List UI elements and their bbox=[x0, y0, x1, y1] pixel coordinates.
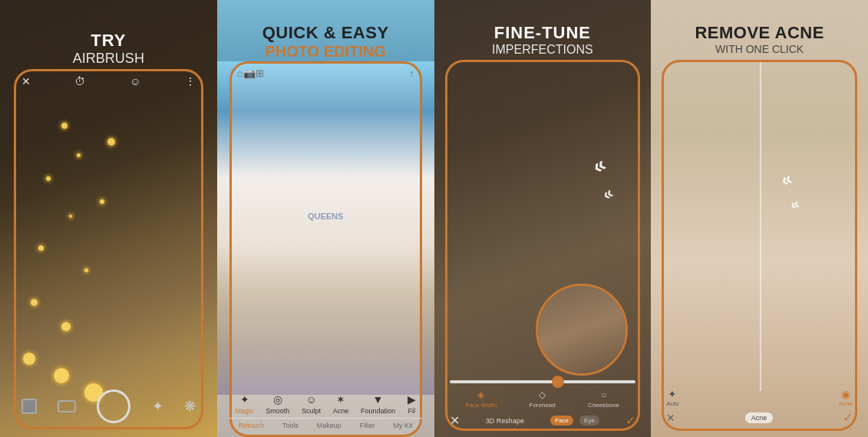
smooth-icon: ◎ bbox=[273, 393, 282, 406]
panel-3-bottom-bar: ✕ 3D Reshape Face Eye ✓ bbox=[450, 413, 636, 428]
photo-label: PHOTO EDITING bbox=[217, 43, 434, 61]
tab-filter[interactable]: Filter bbox=[360, 422, 375, 429]
panel-2-tabs: Retouch Tools Makeup Filter My Kit bbox=[229, 418, 422, 429]
wand-icon[interactable]: ✦ bbox=[152, 398, 163, 415]
square-tool[interactable] bbox=[21, 399, 37, 414]
airbrush-label: AIRBRUSH bbox=[0, 51, 217, 67]
p3-tool-cheekbone[interactable]: ○ Cheekbone bbox=[588, 389, 619, 409]
try-label: TRY bbox=[0, 31, 217, 51]
oneclick-label: WITH ONE CLICK bbox=[651, 43, 868, 55]
acne-icon-text: Acne bbox=[839, 400, 853, 407]
phone-frame-4 bbox=[662, 60, 857, 431]
panel-2-tools: ✦ Magic ◎ Smooth ☺ Sculpt ✶ Acne ▼ Found… bbox=[229, 393, 422, 415]
facewidth-label: Face Width bbox=[466, 402, 497, 409]
slider-thumb[interactable] bbox=[552, 376, 564, 388]
more-label: Fil bbox=[408, 407, 415, 415]
p3-tool-facewidth[interactable]: ◈ Face Width bbox=[466, 389, 497, 409]
tab-mykit[interactable]: My Kit bbox=[394, 422, 413, 429]
panel-4-headline: REMOVE ACNE WITH ONE CLICK bbox=[651, 23, 868, 55]
capture-button[interactable] bbox=[97, 389, 130, 423]
phone-frame-1 bbox=[14, 69, 203, 429]
quick-label: QUICK & EASY bbox=[217, 23, 434, 43]
remove-acne-label: REMOVE ACNE bbox=[651, 23, 868, 43]
tool-foundation[interactable]: ▼ Foundation bbox=[361, 393, 395, 415]
eraser-icon[interactable]: ❋ bbox=[184, 398, 196, 415]
acne-label: Acne bbox=[333, 407, 349, 415]
panel-1-bottom-bar: ✦ ❋ bbox=[21, 389, 196, 423]
panel-quick-easy: QUEENS QUICK & EASY PHOTO EDITING ⌂ 📷 ⊞ … bbox=[217, 0, 434, 437]
sculpt-icon: ☺ bbox=[305, 393, 316, 406]
panel-2-headline: QUICK & EASY PHOTO EDITING bbox=[217, 23, 434, 61]
phone-frame-2 bbox=[229, 61, 422, 437]
more-tool-icon: ▶ bbox=[408, 393, 416, 406]
panel-3-headline: FINE-TUNE IMPERFECTIONS bbox=[434, 23, 652, 57]
panel-remove-acne: « « REMOVE ACNE WITH ONE CLICK ✦ Auto ◉ … bbox=[651, 0, 868, 437]
tool-magic[interactable]: ✦ Magic bbox=[236, 393, 254, 415]
panel-4-icon-row: ✦ Auto ◉ Acne bbox=[666, 388, 853, 407]
tab-makeup[interactable]: Makeup bbox=[317, 422, 342, 429]
tool-sculpt[interactable]: ☺ Sculpt bbox=[302, 393, 321, 415]
magic-icon: ✦ bbox=[240, 393, 249, 406]
tool-smooth[interactable]: ◎ Smooth bbox=[266, 393, 289, 415]
forehead-icon: ◇ bbox=[539, 389, 546, 400]
forehead-label: Forehead bbox=[530, 402, 556, 409]
foundation-icon: ▼ bbox=[373, 393, 384, 406]
auto-icon-label[interactable]: ✦ Auto bbox=[666, 388, 678, 407]
panel-fine-tune: « « FINE-TUNE IMPERFECTIONS ◈ Face Width… bbox=[434, 0, 652, 437]
tool-acne[interactable]: ✶ Acne bbox=[333, 393, 349, 415]
foundation-label: Foundation bbox=[361, 407, 395, 415]
acne-remove-icon: ◉ bbox=[841, 388, 850, 400]
phone-frame-3 bbox=[445, 60, 641, 431]
acne-icon-label[interactable]: ◉ Acne bbox=[839, 388, 853, 407]
tab-retouch[interactable]: Retouch bbox=[239, 422, 265, 429]
p3-x-button[interactable]: ✕ bbox=[450, 413, 460, 428]
panel-try-airbrush: TRY AIRBRUSH ✕ ⏱ ☺ ⋮ ✦ ❋ bbox=[0, 0, 217, 437]
fine-label: FINE-TUNE bbox=[434, 23, 652, 43]
auto-icon: ✦ bbox=[668, 388, 677, 400]
adjustment-slider[interactable] bbox=[450, 380, 636, 383]
panel-2-bottom-bar: ✦ Magic ◎ Smooth ☺ Sculpt ✶ Acne ▼ Found… bbox=[229, 393, 422, 429]
p3-reshape-label: 3D Reshape bbox=[486, 417, 524, 425]
panel-4-bottom: ✦ Auto ◉ Acne ✕ Acne ✓ bbox=[666, 388, 853, 428]
panel-1-headline: TRY AIRBRUSH bbox=[0, 31, 217, 67]
cheekbone-icon: ○ bbox=[601, 389, 606, 400]
panel-3-tools: ◈ Face Width ◇ Forehead ○ Cheekbone bbox=[450, 389, 636, 409]
imperfections-label: IMPERFECTIONS bbox=[434, 43, 652, 57]
panel-3-bottom: ◈ Face Width ◇ Forehead ○ Cheekbone ✕ 3D… bbox=[450, 380, 636, 428]
p4-cancel-button[interactable]: ✕ bbox=[666, 412, 675, 424]
tab-tools[interactable]: Tools bbox=[282, 422, 299, 429]
auto-label: Auto bbox=[666, 400, 678, 407]
acne-icon: ✶ bbox=[336, 393, 345, 406]
smooth-label: Smooth bbox=[266, 407, 289, 415]
magic-label: Magic bbox=[236, 407, 254, 415]
rect-tool[interactable] bbox=[58, 400, 76, 412]
panel-4-control-row: ✕ Acne ✓ bbox=[666, 410, 853, 425]
tool-more[interactable]: ▶ Fil bbox=[408, 393, 416, 415]
p3-option-group: Face Eye bbox=[550, 416, 599, 426]
p3-tool-forehead[interactable]: ◇ Forehead bbox=[530, 389, 556, 409]
p3-check-button[interactable]: ✓ bbox=[625, 413, 635, 428]
facewidth-icon: ◈ bbox=[477, 389, 484, 400]
option-face[interactable]: Face bbox=[550, 416, 573, 426]
option-eye[interactable]: Eye bbox=[579, 416, 599, 426]
p4-acne-badge: Acne bbox=[745, 412, 774, 423]
cheekbone-label: Cheekbone bbox=[588, 402, 619, 409]
sculpt-label: Sculpt bbox=[302, 407, 321, 415]
p4-confirm-button[interactable]: ✓ bbox=[843, 410, 853, 425]
